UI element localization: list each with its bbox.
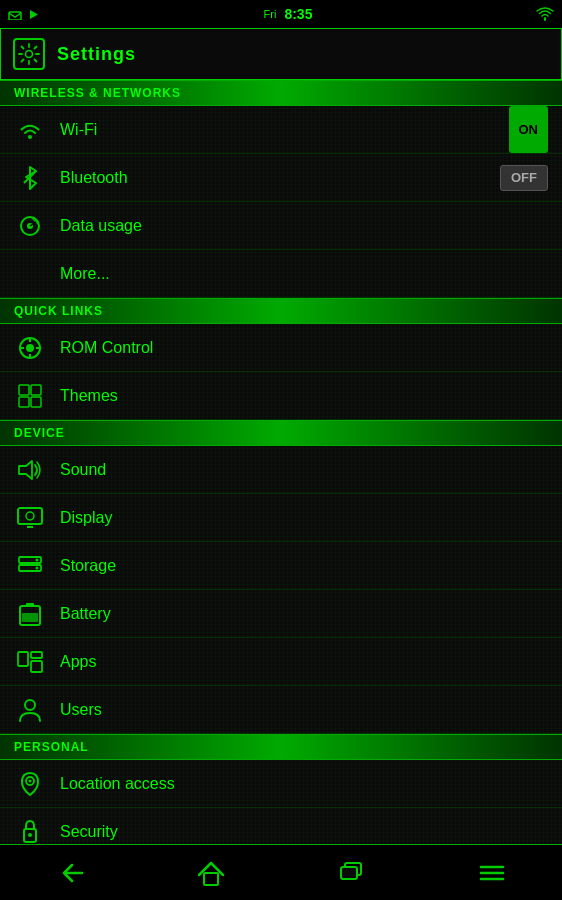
svg-rect-13: [19, 385, 29, 395]
svg-point-2: [26, 51, 33, 58]
bluetooth-toggle[interactable]: OFF: [500, 165, 548, 191]
svg-point-8: [26, 344, 34, 352]
status-bar: Fri 8:35: [0, 0, 562, 28]
battery-icon: [14, 598, 46, 630]
svg-point-31: [25, 700, 35, 710]
status-day: Fri: [264, 8, 277, 20]
battery-label: Battery: [60, 605, 548, 623]
status-right: [536, 7, 554, 21]
display-label: Display: [60, 509, 548, 527]
menu-item-security[interactable]: Security: [0, 808, 562, 844]
menu-item-storage[interactable]: Storage: [0, 542, 562, 590]
section-personal: PERSONAL: [0, 734, 562, 760]
sound-label: Sound: [60, 461, 548, 479]
svg-rect-16: [31, 397, 41, 407]
menu-item-apps[interactable]: Apps: [0, 638, 562, 686]
sound-icon: [14, 454, 46, 486]
svg-rect-27: [22, 613, 38, 622]
title-bar: Settings: [0, 28, 562, 80]
rom-control-label: ROM Control: [60, 339, 548, 357]
svg-rect-18: [18, 508, 42, 524]
bottom-nav: [0, 844, 562, 900]
menu-item-data-usage[interactable]: Data usage: [0, 202, 562, 250]
settings-title-icon: [13, 38, 45, 70]
menu-item-sound[interactable]: Sound: [0, 446, 562, 494]
home-button[interactable]: [183, 853, 239, 893]
menu-item-themes[interactable]: Themes: [0, 372, 562, 420]
wifi-label: Wi-Fi: [60, 121, 509, 139]
location-label: Location access: [60, 775, 548, 793]
security-icon: [14, 816, 46, 845]
svg-point-33: [29, 779, 32, 782]
menu-item-battery[interactable]: Battery: [0, 590, 562, 638]
svg-rect-14: [31, 385, 41, 395]
data-usage-label: Data usage: [60, 217, 548, 235]
storage-label: Storage: [60, 557, 548, 575]
more-icon: [14, 258, 46, 290]
users-icon: [14, 694, 46, 726]
settings-list: WIRELESS & NETWORKS Wi-Fi ON Bluetooth O…: [0, 80, 562, 844]
wifi-status-icon: [536, 7, 554, 21]
themes-icon: [14, 380, 46, 412]
notification-icon: [8, 9, 22, 20]
svg-point-3: [28, 135, 32, 139]
wifi-toggle[interactable]: ON: [509, 106, 549, 153]
data-usage-icon: [14, 210, 46, 242]
section-device: DEVICE: [0, 420, 562, 446]
svg-marker-17: [19, 461, 32, 479]
menu-item-rom-control[interactable]: ROM Control: [0, 324, 562, 372]
themes-label: Themes: [60, 387, 548, 405]
play-icon: [28, 9, 40, 20]
svg-rect-26: [26, 603, 34, 607]
settings-gear-icon: [18, 43, 40, 65]
menu-item-wifi[interactable]: Wi-Fi ON: [0, 106, 562, 154]
apps-label: Apps: [60, 653, 548, 671]
back-button[interactable]: [42, 853, 98, 893]
svg-point-23: [36, 558, 39, 561]
svg-rect-28: [18, 652, 28, 666]
storage-icon: [14, 550, 46, 582]
svg-rect-38: [341, 867, 357, 879]
svg-rect-0: [9, 12, 21, 20]
svg-rect-36: [204, 873, 218, 885]
menu-item-display[interactable]: Display: [0, 494, 562, 542]
section-wireless: WIRELESS & NETWORKS: [0, 80, 562, 106]
svg-point-19: [26, 512, 34, 520]
svg-point-24: [36, 566, 39, 569]
users-label: Users: [60, 701, 548, 719]
status-time-group: Fri 8:35: [264, 6, 313, 22]
svg-rect-30: [31, 661, 42, 672]
display-icon: [14, 502, 46, 534]
wifi-icon: [14, 114, 46, 146]
svg-point-35: [28, 833, 32, 837]
recents-button[interactable]: [323, 853, 379, 893]
page-title: Settings: [57, 44, 136, 65]
bluetooth-label: Bluetooth: [60, 169, 500, 187]
more-label: More...: [60, 265, 548, 283]
menu-item-location[interactable]: Location access: [0, 760, 562, 808]
location-icon: [14, 768, 46, 800]
svg-rect-29: [31, 652, 42, 658]
menu-item-bluetooth[interactable]: Bluetooth OFF: [0, 154, 562, 202]
menu-item-more[interactable]: More...: [0, 250, 562, 298]
menu-button[interactable]: [464, 853, 520, 893]
security-label: Security: [60, 823, 548, 841]
apps-icon: [14, 646, 46, 678]
svg-marker-1: [30, 10, 38, 19]
section-quicklinks: QUICK LINKS: [0, 298, 562, 324]
status-left: [8, 9, 40, 20]
svg-rect-15: [19, 397, 29, 407]
status-time: 8:35: [284, 6, 312, 22]
menu-item-users[interactable]: Users: [0, 686, 562, 734]
bluetooth-icon: [14, 162, 46, 194]
rom-control-icon: [14, 332, 46, 364]
